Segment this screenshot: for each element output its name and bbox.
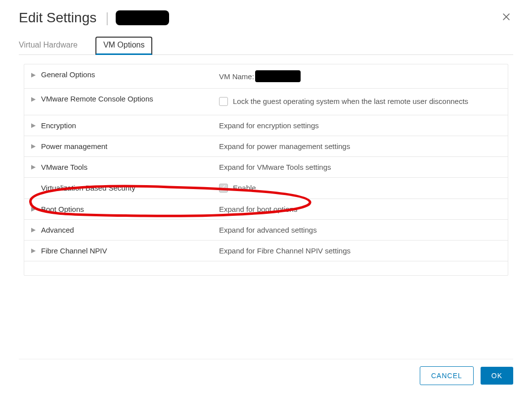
label-fc-npiv: Fibre Channel NPIV — [41, 246, 107, 255]
content-area: ▶ General Options VM Name: ▶ VMware Remo… — [19, 64, 513, 276]
chevron-right-icon[interactable]: ▶ — [31, 205, 36, 212]
chevron-right-icon[interactable]: ▶ — [31, 226, 36, 233]
chevron-right-icon[interactable]: ▶ — [31, 96, 36, 102]
tab-virtual-hardware[interactable]: Virtual Hardware — [19, 37, 85, 54]
edit-settings-dialog: Edit Settings | Virtual Hardware VM Opti… — [0, 0, 532, 276]
header-left: Edit Settings | — [19, 10, 169, 26]
vm-name-value-redacted — [255, 70, 301, 82]
row-vmware-tools: ▶ VMware Tools Expand for VMware Tools s… — [24, 157, 508, 178]
value-fc-npiv: Expand for Fibre Channel NPIV settings — [219, 246, 501, 255]
close-icon — [501, 12, 511, 22]
label-vmware-tools: VMware Tools — [41, 163, 88, 171]
chevron-right-icon[interactable]: ▶ — [31, 143, 36, 149]
dialog-footer: CANCEL OK — [19, 359, 513, 385]
label-advanced: Advanced — [41, 226, 74, 234]
tab-vm-options[interactable]: VM Options — [95, 37, 153, 55]
dialog-title: Edit Settings — [19, 10, 96, 26]
value-general-options: VM Name: — [219, 70, 501, 82]
chevron-right-icon[interactable]: ▶ — [31, 163, 36, 170]
label-remote-console: VMware Remote Console Options — [41, 95, 153, 103]
chevron-right-icon[interactable]: ▶ — [31, 71, 36, 78]
value-encryption: Expand for encryption settings — [219, 121, 501, 130]
row-remote-console: ▶ VMware Remote Console Options Lock the… — [24, 89, 508, 115]
value-power-mgmt: Expand for power management settings — [219, 142, 501, 150]
dialog-header: Edit Settings | — [19, 10, 513, 26]
label-vbs: Virtualization Based Security — [41, 184, 135, 192]
close-button[interactable] — [499, 10, 513, 26]
value-boot-options: Expand for boot options — [219, 205, 501, 213]
tab-bar: Virtual Hardware VM Options — [19, 37, 513, 55]
ok-button[interactable]: OK — [481, 367, 513, 385]
title-divider: | — [105, 10, 109, 26]
row-general-options: ▶ General Options VM Name: — [24, 64, 508, 89]
settings-table: ▶ General Options VM Name: ▶ VMware Remo… — [24, 64, 508, 276]
label-power-mgmt: Power management — [41, 142, 107, 150]
value-remote-console: Lock the guest operating system when the… — [219, 95, 501, 109]
checkbox-vbs-enable[interactable] — [219, 184, 228, 193]
row-vbs: Virtualization Based Security Enable — [24, 178, 508, 199]
label-lock-guest: Lock the guest operating system when the… — [233, 95, 468, 109]
vm-name-redacted — [116, 10, 169, 25]
row-power-mgmt: ▶ Power management Expand for power mana… — [24, 136, 508, 157]
value-vmware-tools: Expand for VMware Tools settings — [219, 163, 501, 171]
value-advanced: Expand for advanced settings — [219, 226, 501, 234]
row-advanced: ▶ Advanced Expand for advanced settings — [24, 220, 508, 241]
row-boot-options: ▶ Boot Options Expand for boot options — [24, 199, 508, 220]
label-general-options: General Options — [41, 70, 95, 79]
label-vbs-enable: Enable — [233, 184, 256, 192]
row-fc-npiv: ▶ Fibre Channel NPIV Expand for Fibre Ch… — [24, 241, 508, 261]
chevron-right-icon[interactable]: ▶ — [31, 247, 36, 254]
row-padding — [24, 261, 508, 275]
cancel-button[interactable]: CANCEL — [420, 366, 474, 385]
label-encryption: Encryption — [41, 121, 76, 130]
label-boot-options: Boot Options — [41, 205, 84, 213]
row-encryption: ▶ Encryption Expand for encryption setti… — [24, 115, 508, 136]
chevron-right-icon[interactable]: ▶ — [31, 122, 36, 129]
vm-name-prefix: VM Name: — [219, 72, 254, 81]
value-vbs: Enable — [219, 184, 501, 193]
checkbox-lock-guest[interactable] — [219, 97, 228, 106]
